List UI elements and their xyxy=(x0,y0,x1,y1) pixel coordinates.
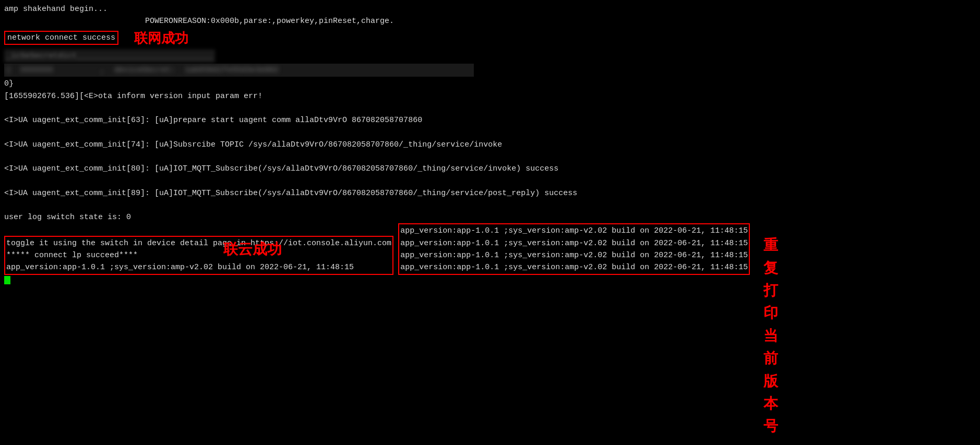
log-line: POWERONREASON:0x000b,parse:,powerkey,pin… xyxy=(4,15,976,27)
annotation-repeat-version: 重复打印当前版本号 xyxy=(763,234,778,438)
log-line-blurred: _icSeSecretdict_________________________… xyxy=(4,50,215,63)
log-line: 0} xyxy=(4,78,976,90)
log-line-appver5: app_version:app-1.0.1 ;sys_version:amp-v… xyxy=(400,261,748,273)
log-line-userlog: user log switch state is: 0 xyxy=(4,211,976,223)
log-line-uagent63: <I>UA uagent_ext_comm_init[63]: [uA]prep… xyxy=(4,114,976,126)
log-line-appver2: app_version:app-1.0.1 ;sys_version:amp-v… xyxy=(400,225,748,237)
log-line-blurred2: { XXXXXXX , deviceSecret: 1ab650d1fe55d3… xyxy=(4,64,474,77)
annotation-network-success: 联网成功 xyxy=(134,28,188,49)
log-line-appver3: app_version:app-1.0.1 ;sys_version:amp-v… xyxy=(400,237,748,249)
log-line-appver-first: app_version:app-1.0.1 ;sys_version:amp-v… xyxy=(6,261,391,273)
log-line-toggle: toggle it using the switch in device det… xyxy=(6,237,391,249)
log-line-appver4: app_version:app-1.0.1 ;sys_version:amp-v… xyxy=(400,249,748,261)
annotation-cloud-success: 联云成功 xyxy=(223,238,282,260)
log-line: amp shakehand begin... xyxy=(4,3,976,15)
log-line-uagent89: <I>UA uagent_ext_comm_init[89]: [uA]IOT_… xyxy=(4,187,976,199)
log-line-uagent80: <I>UA uagent_ext_comm_init[80]: [uA]IOT_… xyxy=(4,163,976,175)
log-line-uagent74: <I>UA uagent_ext_comm_init[74]: [uA]Subs… xyxy=(4,139,976,151)
network-connect-line: network connect success xyxy=(4,31,118,45)
log-line-connect-lp: ***** connect lp succeed**** xyxy=(6,249,391,261)
cursor-block xyxy=(4,276,10,284)
log-line-ota: [1655902676.536][<E>ota inform version i… xyxy=(4,90,976,102)
terminal-output: amp shakehand begin... POWERONREASON:0x0… xyxy=(0,0,980,292)
